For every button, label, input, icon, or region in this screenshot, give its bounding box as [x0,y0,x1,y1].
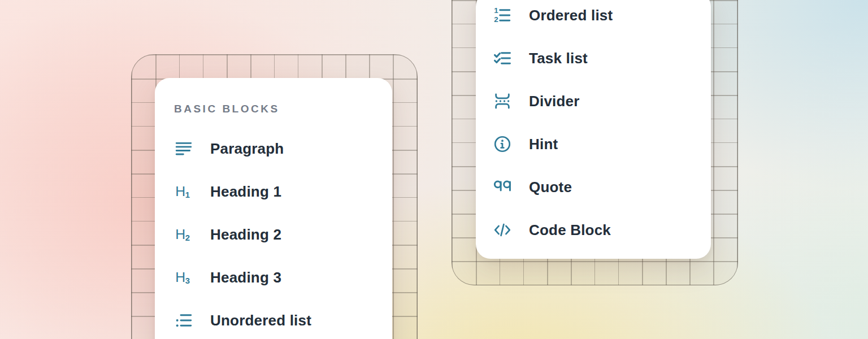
quote-icon [493,177,512,197]
basic-blocks-section-header: BASIC BLOCKS [174,98,373,120]
menu-item-label: Divider [529,93,580,110]
menu-item-label: Task list [529,50,588,67]
menu-item-label: Paragraph [210,140,284,158]
menu-item-label: Hint [529,136,558,153]
menu-item-paragraph[interactable]: Paragraph [174,127,373,170]
heading2-icon [174,225,193,244]
menu-item-unordered-list[interactable]: Unordered list [174,299,373,339]
blocks-menu-continued: Ordered list Task list Divider Hint Quot… [493,0,694,251]
gradient-background: BASIC BLOCKS Paragraph Heading 1 Heading… [0,0,868,339]
menu-item-code-block[interactable]: Code Block [493,208,694,251]
menu-item-divider[interactable]: Divider [493,80,694,123]
basic-blocks-card: BASIC BLOCKS Paragraph Heading 1 Heading… [155,78,392,339]
code-block-icon [493,220,512,240]
menu-item-quote[interactable]: Quote [493,166,694,208]
menu-item-label: Quote [529,179,572,196]
task-list-icon [493,49,512,68]
heading1-icon [174,182,193,201]
menu-item-label: Heading 1 [210,183,281,201]
divider-icon [493,92,512,111]
menu-item-hint[interactable]: Hint [493,123,694,166]
basic-blocks-menu: Paragraph Heading 1 Heading 2 Heading 3 … [174,127,373,339]
ordered-list-icon [493,6,512,25]
menu-item-task-list[interactable]: Task list [493,37,694,80]
menu-item-label: Ordered list [529,7,613,24]
heading3-icon [174,268,193,287]
menu-item-label: Heading 3 [210,269,281,286]
menu-item-heading-2[interactable]: Heading 2 [174,213,373,256]
blocks-card-continued: Ordered list Task list Divider Hint Quot… [476,0,711,259]
unordered-list-icon [174,311,193,330]
menu-item-heading-3[interactable]: Heading 3 [174,256,373,299]
hint-icon [493,134,512,154]
menu-item-label: Unordered list [210,312,311,329]
menu-item-label: Heading 2 [210,226,281,244]
menu-item-heading-1[interactable]: Heading 1 [174,170,373,213]
menu-item-label: Code Block [529,221,611,239]
menu-item-ordered-list[interactable]: Ordered list [493,0,694,37]
paragraph-icon [174,139,193,158]
